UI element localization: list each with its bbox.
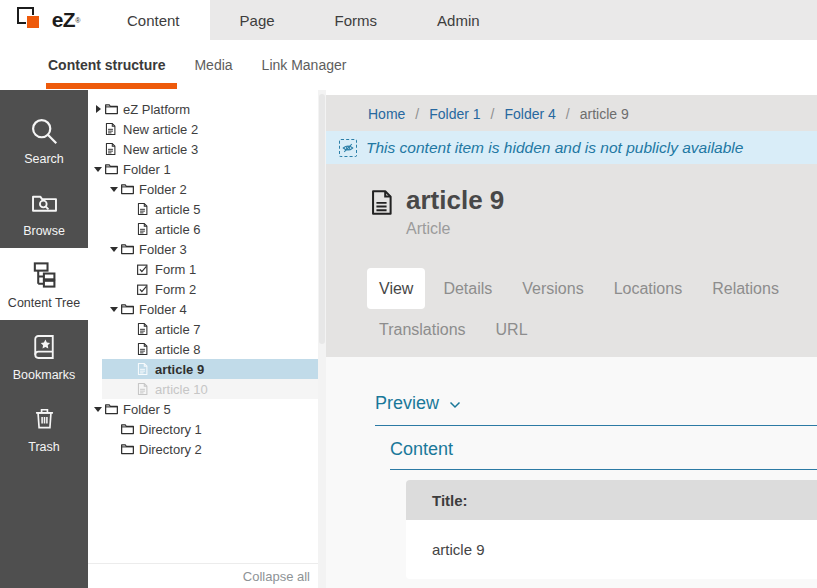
breadcrumb-item-folder-1: Folder 1 /	[429, 106, 504, 122]
hidden-notice-text: This content item is hidden and is not p…	[366, 139, 743, 157]
breadcrumb-link[interactable]: article 9	[580, 106, 629, 122]
tree-item-label: article 9	[155, 362, 204, 377]
tree-item-ez-platform[interactable]: eZ Platform	[88, 99, 318, 119]
tree-item-label: article 7	[155, 322, 201, 337]
field-value: article 9	[406, 520, 817, 579]
sidebar-item-content-tree[interactable]: Content Tree	[0, 248, 88, 320]
collapse-all-button[interactable]: Collapse all	[243, 569, 310, 584]
tree-item-article-6[interactable]: article 6	[88, 219, 318, 239]
caret-icon[interactable]	[124, 284, 136, 294]
top-nav: Content Page Forms Admin	[97, 0, 510, 40]
tree-item-label: Folder 3	[139, 242, 187, 257]
tree-item-article-7[interactable]: article 7	[88, 319, 318, 339]
tree-item-form-1[interactable]: Form 1	[88, 259, 318, 279]
tree-item-article-10[interactable]: article 10	[88, 379, 318, 399]
subnav-item-link-manager[interactable]: Link Manager	[262, 40, 347, 90]
content-tab-details[interactable]: Details	[431, 268, 504, 309]
caret-icon[interactable]	[124, 344, 136, 354]
breadcrumb-link[interactable]: Folder 4	[505, 106, 556, 122]
tree-item-form-2[interactable]: Form 2	[88, 279, 318, 299]
content-tab-view[interactable]: View	[367, 268, 425, 309]
caret-icon[interactable]	[124, 264, 136, 274]
topnav-tab-page[interactable]: Page	[210, 0, 305, 40]
caret-icon[interactable]	[108, 304, 120, 314]
tree-item-directory-1[interactable]: Directory 1	[88, 419, 318, 439]
preview-toggle[interactable]: Preview	[375, 393, 817, 426]
tree-item-folder-5[interactable]: Folder 5	[88, 399, 318, 419]
subnav-item-label: Content structure	[48, 57, 165, 73]
article-icon	[104, 122, 121, 137]
sidebar-item-browse[interactable]: Browse	[0, 176, 88, 248]
tree-item-label: Directory 2	[139, 442, 202, 457]
content-tab-translations[interactable]: Translations	[367, 309, 478, 350]
tree-item-label: Folder 2	[139, 182, 187, 197]
tree-item-label: Directory 1	[139, 422, 202, 437]
article-icon	[104, 142, 121, 157]
content-tree-panel: eZ Platform New article 2 New article 3 …	[88, 90, 326, 588]
ez-logo[interactable]: eZ ®	[0, 0, 97, 40]
sidebar-item-label: Search	[24, 152, 64, 166]
tree-item-label: Form 2	[155, 282, 196, 297]
tree-item-article-5[interactable]: article 5	[88, 199, 318, 219]
content-tab-versions[interactable]: Versions	[510, 268, 595, 309]
caret-icon[interactable]	[92, 404, 104, 414]
tree-item-label: article 8	[155, 342, 201, 357]
topnav-tab-content[interactable]: Content	[97, 0, 210, 40]
tree-item-directory-2[interactable]: Directory 2	[88, 439, 318, 459]
tree-item-folder-1[interactable]: Folder 1	[88, 159, 318, 179]
logo-text: eZ	[52, 8, 76, 32]
tree-item-label: eZ Platform	[123, 102, 190, 117]
caret-icon[interactable]	[92, 144, 104, 154]
caret-icon[interactable]	[108, 184, 120, 194]
content-tab-locations[interactable]: Locations	[602, 268, 695, 309]
tree-item-folder-3[interactable]: Folder 3	[88, 239, 318, 259]
sidebar-item-search[interactable]: Search	[0, 104, 88, 176]
tree-item-folder-4[interactable]: Folder 4	[88, 299, 318, 319]
folder-icon	[120, 302, 137, 317]
subnav-item-media[interactable]: Media	[194, 40, 232, 90]
chevron-down-icon	[449, 401, 461, 409]
caret-icon[interactable]	[92, 104, 104, 114]
caret-icon[interactable]	[124, 224, 136, 234]
caret-icon[interactable]	[108, 444, 120, 454]
article-icon	[136, 362, 153, 377]
tree-item-article-8[interactable]: article 8	[88, 339, 318, 359]
main-content: Home / Folder 1 / Folder 4 / article 9 /	[326, 95, 817, 588]
sub-nav: Content structure Media Link Manager	[0, 40, 817, 90]
content-tab-label: View	[379, 280, 413, 298]
caret-icon[interactable]	[108, 424, 120, 434]
caret-icon[interactable]	[124, 364, 136, 374]
caret-icon[interactable]	[124, 204, 136, 214]
topnav-tab-forms[interactable]: Forms	[305, 0, 408, 40]
tree-item-new-article-3[interactable]: New article 3	[88, 139, 318, 159]
tree-item-new-article-2[interactable]: New article 2	[88, 119, 318, 139]
topnav-tab-admin[interactable]: Admin	[407, 0, 510, 40]
tree-scrollbar[interactable]	[318, 90, 326, 588]
preview-heading: Preview	[375, 393, 439, 414]
tree-item-folder-2[interactable]: Folder 2	[88, 179, 318, 199]
content-tab-label: Versions	[522, 280, 583, 298]
caret-icon[interactable]	[124, 324, 136, 334]
sidebar-item-trash[interactable]: Trash	[0, 392, 88, 464]
form-icon	[136, 262, 153, 277]
breadcrumb-link[interactable]: Folder 1	[429, 106, 480, 122]
caret-icon[interactable]	[92, 124, 104, 134]
article-icon	[136, 382, 153, 397]
caret-icon[interactable]	[108, 244, 120, 254]
content-tab-url[interactable]: URL	[484, 309, 540, 350]
folder-icon	[120, 442, 137, 457]
content-title-block: article 9 Article	[368, 185, 817, 238]
folder-icon	[104, 102, 121, 117]
content-tab-relations[interactable]: Relations	[700, 268, 791, 309]
tree-item-article-9[interactable]: article 9	[88, 359, 318, 379]
content-tab-label: Translations	[379, 321, 466, 339]
subnav-item-content-structure[interactable]: Content structure	[48, 40, 165, 90]
tree-item-label: Folder 1	[123, 162, 171, 177]
tree-scrollbar-thumb[interactable]	[319, 94, 325, 344]
breadcrumb-link[interactable]: Home	[368, 106, 405, 122]
breadcrumb-separator: /	[566, 106, 570, 122]
tree-item-label: Folder 4	[139, 302, 187, 317]
sidebar-item-bookmarks[interactable]: Bookmarks	[0, 320, 88, 392]
caret-icon[interactable]	[124, 384, 136, 394]
caret-icon[interactable]	[92, 164, 104, 174]
